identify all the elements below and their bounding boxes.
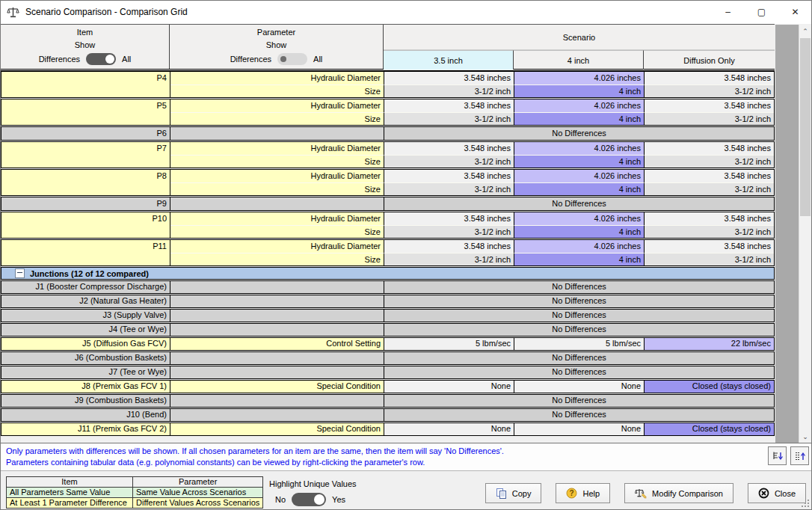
grid-row[interactable]: P8Hydraulic Diameter3.548 inches4.026 in… [1,170,774,182]
expand-all-groups-button[interactable] [790,446,809,465]
item-cell[interactable]: P10 [1,212,170,225]
copy-button[interactable]: Copy [485,483,542,503]
item-cell[interactable]: J10 (Bend) [1,409,170,421]
item-cell[interactable]: J2 (Natural Gas Heater) [1,295,170,307]
grid-row[interactable]: J11 (Premix Gas FCV 2)Special ConditionN… [1,423,774,435]
no-differences-cell[interactable]: No Differences [384,197,774,210]
value-cell[interactable]: 3.548 inches [384,99,514,112]
item-cell[interactable]: P5 [1,99,170,112]
value-cell[interactable]: Closed (stays closed) [645,381,774,393]
value-cell[interactable]: 3.548 inches [384,240,514,253]
no-differences-cell[interactable]: No Differences [384,366,774,378]
no-differences-cell[interactable]: No Differences [384,395,774,407]
parameter-cell[interactable]: Hydraulic Diameter [170,142,384,155]
value-cell[interactable]: 3.548 inches [645,212,774,225]
parameter-show-toggle[interactable] [277,53,307,65]
value-cell[interactable]: 4 inch [514,85,645,97]
value-cell[interactable]: 4 inch [514,155,645,168]
item-cell[interactable]: J1 (Booster Compressor Discharge) [1,281,170,293]
grid-row[interactable]: Size3-1/2 inch4 inch3-1/2 inch [1,155,774,168]
value-cell[interactable]: 3-1/2 inch [645,155,774,168]
value-cell[interactable]: 3.548 inches [384,72,514,85]
value-cell[interactable]: 4.026 inches [514,170,645,182]
value-cell[interactable]: 3.548 inches [384,212,514,225]
parameter-cell[interactable]: Size [170,155,384,168]
value-cell[interactable]: 5 lbm/sec [514,338,645,350]
value-cell[interactable]: None [514,423,645,435]
parameter-cell[interactable] [170,310,384,322]
grid-row[interactable]: J1 (Booster Compressor Discharge)No Diff… [1,281,774,293]
grid-row[interactable]: J7 (Tee or Wye)No Differences [1,366,774,378]
grid-row[interactable]: P10Hydraulic Diameter3.548 inches4.026 i… [1,212,774,225]
item-cell[interactable]: P4 [1,72,170,85]
grid-row[interactable]: Size3-1/2 inch4 inch3-1/2 inch [1,112,774,125]
grid-row[interactable]: J5 (Diffusion Gas FCV)Control Setting5 l… [1,338,774,350]
item-cell[interactable] [1,253,170,265]
value-cell[interactable]: None [384,381,514,393]
vertical-scrollbar[interactable]: ⌃ ⌄ [799,25,811,443]
parameter-cell[interactable] [170,127,384,140]
parameter-cell[interactable] [170,409,384,421]
minimize-button[interactable]: – [711,0,745,24]
help-button[interactable]: ? Help [556,483,610,503]
parameter-cell[interactable]: Size [170,85,384,97]
grid-row[interactable]: J9 (Combustion Baskets)No Differences [1,395,774,407]
item-cell[interactable]: J5 (Diffusion Gas FCV) [1,338,170,350]
resize-grip[interactable] [802,500,809,507]
value-cell[interactable]: 3.548 inches [645,142,774,155]
item-cell[interactable] [1,182,170,195]
value-cell[interactable]: 3-1/2 inch [384,182,514,195]
item-cell[interactable]: P9 [1,197,170,210]
item-cell[interactable]: P7 [1,142,170,155]
scroll-up-icon[interactable]: ⌃ [799,25,811,37]
item-cell[interactable]: J4 (Tee or Wye) [1,324,170,336]
item-cell[interactable]: J3 (Supply Valve) [1,310,170,322]
grid-row[interactable]: P11Hydraulic Diameter3.548 inches4.026 i… [1,240,774,253]
grid-row[interactable]: P7Hydraulic Diameter3.548 inches4.026 in… [1,142,774,155]
grid-row[interactable]: Size3-1/2 inch4 inch3-1/2 inch [1,225,774,238]
parameter-cell[interactable]: Hydraulic Diameter [170,212,384,225]
grid-row[interactable]: P9No Differences [1,197,774,210]
item-cell[interactable]: P8 [1,170,170,182]
item-cell[interactable]: J7 (Tee or Wye) [1,366,170,378]
collapse-all-groups-button[interactable] [768,446,787,465]
grid-row[interactable]: P6No Differences [1,127,774,140]
value-cell[interactable]: 4 inch [514,112,645,125]
parameter-cell[interactable]: Special Condition [170,423,384,435]
scroll-down-icon[interactable]: ⌄ [799,430,811,443]
value-cell[interactable]: Closed (stays closed) [645,423,774,435]
value-cell[interactable]: 3-1/2 inch [384,253,514,265]
value-cell[interactable]: 4 inch [514,182,645,195]
parameter-cell[interactable]: Hydraulic Diameter [170,72,384,85]
parameter-cell[interactable]: Special Condition [170,381,384,393]
grid-row[interactable]: P5Hydraulic Diameter3.548 inches4.026 in… [1,99,774,112]
value-cell[interactable]: None [384,423,514,435]
item-cell[interactable]: P6 [1,127,170,140]
grid-row[interactable]: J8 (Premix Gas FCV 1)Special ConditionNo… [1,381,774,393]
close-button[interactable]: Close [748,483,806,503]
collapse-section-icon[interactable] [15,268,25,278]
value-cell[interactable]: 4.026 inches [514,212,645,225]
value-cell[interactable]: 4.026 inches [514,99,645,112]
parameter-cell[interactable] [170,352,384,364]
item-show-toggle[interactable] [86,53,116,65]
value-cell[interactable]: 3.548 inches [384,170,514,182]
parameter-cell[interactable]: Hydraulic Diameter [170,170,384,182]
no-differences-cell[interactable]: No Differences [384,409,774,421]
highlight-unique-toggle[interactable] [292,493,326,506]
parameter-cell[interactable]: Size [170,253,384,265]
value-cell[interactable]: 4 inch [514,225,645,238]
grid-row[interactable]: J10 (Bend)No Differences [1,409,774,421]
value-cell[interactable]: 3.548 inches [645,240,774,253]
value-cell[interactable]: 3-1/2 inch [384,112,514,125]
parameter-cell[interactable] [170,395,384,407]
no-differences-cell[interactable]: No Differences [384,310,774,322]
value-cell[interactable]: 4 inch [514,253,645,265]
value-cell[interactable]: 5 lbm/sec [384,338,514,350]
value-cell[interactable]: 3-1/2 inch [645,112,774,125]
item-cell[interactable] [1,155,170,168]
parameter-cell[interactable]: Size [170,225,384,238]
value-cell[interactable]: 22 lbm/sec [645,338,774,350]
scenario-column-3-5-inch[interactable]: 3.5 inch [384,50,514,70]
item-cell[interactable] [1,112,170,125]
